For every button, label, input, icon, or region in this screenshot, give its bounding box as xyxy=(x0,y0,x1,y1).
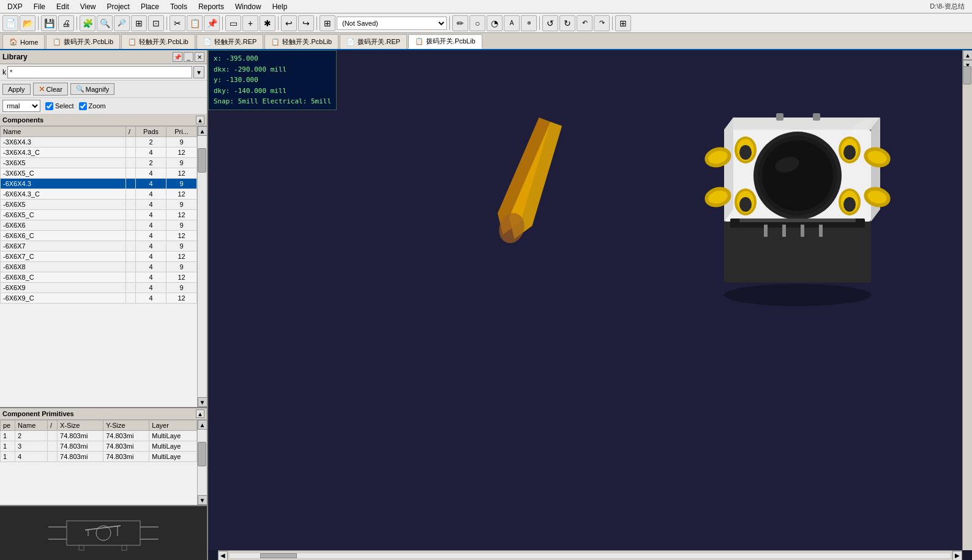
tab-pcblib2[interactable]: 📋 轻触开关.PcbLib xyxy=(121,34,195,49)
hscroll-track[interactable] xyxy=(229,553,951,559)
table-row[interactable]: -6X6X6_C 4 12 xyxy=(1,231,197,241)
magnify-btn[interactable]: 🔍 Magnify xyxy=(70,83,115,95)
scroll-thumb[interactable] xyxy=(198,148,206,173)
open-btn[interactable]: 📂 xyxy=(20,15,36,31)
zoom-sel-btn[interactable]: ⊡ xyxy=(148,15,164,31)
table-row[interactable]: -6X6X7_C 4 12 xyxy=(1,252,197,262)
prim-scroll-thumb[interactable] xyxy=(198,442,206,466)
components-scroll-up[interactable]: ▲ xyxy=(196,116,204,124)
menu-help[interactable]: Help xyxy=(267,1,293,12)
undo-btn[interactable]: ↩ xyxy=(281,15,297,31)
menu-tools[interactable]: Tools xyxy=(165,1,192,12)
hscroll-left-btn[interactable]: ◀ xyxy=(218,551,228,561)
hscroll-thumb[interactable] xyxy=(260,553,297,558)
list-item[interactable]: 1 2 74.803mi 74.803mi MultiLaye xyxy=(1,431,197,441)
hscroll-right-btn[interactable]: ▶ xyxy=(952,551,962,561)
table-row[interactable]: -6X6X4.3 4 9 xyxy=(1,179,197,189)
prim-scroll-up-btn[interactable]: ▲ xyxy=(198,420,207,430)
text-btn[interactable]: A xyxy=(504,15,520,31)
zoom-fit-btn[interactable]: ⊞ xyxy=(131,15,147,31)
canvas-hscroll[interactable]: ◀ ▶ xyxy=(218,550,962,560)
table-row[interactable]: -6X6X8_C 4 12 xyxy=(1,272,197,283)
rep1-icon: 📄 xyxy=(203,38,212,46)
lib-close-btn[interactable]: ✕ xyxy=(195,52,204,62)
primitives-vscrollbar[interactable]: ▲ ▼ xyxy=(197,420,207,505)
redo-btn[interactable]: ↪ xyxy=(298,15,314,31)
lib-minimize-btn[interactable]: _ xyxy=(184,52,193,62)
arc-btn[interactable]: ◔ xyxy=(487,15,503,31)
circle-btn[interactable]: ○ xyxy=(469,15,485,31)
col-pri: Pri... xyxy=(166,127,197,137)
search-input[interactable] xyxy=(7,66,192,78)
zoom-checkbox[interactable] xyxy=(79,102,87,110)
coord-btn[interactable]: ⊕ xyxy=(521,15,537,31)
rect-btn[interactable]: ▭ xyxy=(225,15,241,31)
menu-window[interactable]: Window xyxy=(230,1,266,12)
table-row[interactable]: -6X6X8 4 9 xyxy=(1,262,197,272)
table-row[interactable]: -6X6X4.3_C 4 12 xyxy=(1,189,197,200)
grid-btn[interactable]: ⊞ xyxy=(320,15,335,31)
list-item[interactable]: 1 3 74.803mi 74.803mi MultiLaye xyxy=(1,441,197,452)
table-row[interactable]: -3X6X4.3_C 4 12 xyxy=(1,147,197,158)
print-btn[interactable]: 🖨 xyxy=(58,15,74,31)
menu-file[interactable]: File xyxy=(29,1,50,12)
not-saved-dropdown[interactable]: (Not Saved) xyxy=(337,17,447,30)
menu-view[interactable]: View xyxy=(75,1,101,12)
paste-btn[interactable]: 📌 xyxy=(204,15,220,31)
tab-pcblib1[interactable]: 📋 拨码开关.PcbLib xyxy=(46,34,120,49)
table-row[interactable]: -6X6X7 4 9 xyxy=(1,241,197,252)
table-row[interactable]: -3X6X5_C 4 12 xyxy=(1,168,197,179)
search-dropdown-btn[interactable]: ▼ xyxy=(193,66,204,78)
new-btn[interactable]: 📄 xyxy=(2,15,18,31)
tab-rep1[interactable]: 📄 轻触开关.REP xyxy=(196,34,264,49)
zoom-in-btn[interactable]: 🔍 xyxy=(97,15,113,31)
canvas-vscroll-thumb[interactable] xyxy=(963,66,971,84)
star-btn[interactable]: ✱ xyxy=(260,15,275,31)
undo2-btn[interactable]: ↺ xyxy=(542,15,558,31)
table-row[interactable]: -3X6X4.3 2 9 xyxy=(1,137,197,147)
scroll-up-btn[interactable]: ▲ xyxy=(198,126,207,136)
apply-btn[interactable]: Apply xyxy=(2,84,31,95)
select-checkbox[interactable] xyxy=(45,102,53,110)
table-row[interactable]: -3X6X5 2 9 xyxy=(1,158,197,168)
table-row[interactable]: -6X6X5_C 4 12 xyxy=(1,210,197,220)
rot2-btn[interactable]: ↷ xyxy=(594,15,610,31)
table-row[interactable]: -6X6X9_C 4 12 xyxy=(1,293,197,304)
canvas-vscroll[interactable]: ▲ ▼ xyxy=(962,50,972,550)
table-row[interactable]: -6X6X5 4 9 xyxy=(1,200,197,210)
menu-edit[interactable]: Edit xyxy=(51,1,74,12)
type-filter-select[interactable]: rmal Normal xyxy=(2,100,40,112)
menu-dxp[interactable]: DXP xyxy=(2,1,28,12)
cut-btn[interactable]: ✂ xyxy=(170,15,185,31)
redo2-btn[interactable]: ↻ xyxy=(559,15,575,31)
rot-btn[interactable]: ↶ xyxy=(577,15,593,31)
lib-pin-btn[interactable]: 📌 xyxy=(173,52,182,62)
scroll-down-btn[interactable]: ▼ xyxy=(198,397,207,407)
primitives-section: Component Primitives ▲ pe Name / X-Size … xyxy=(0,407,207,505)
menu-place[interactable]: Place xyxy=(136,1,164,12)
3d-btn[interactable]: ⊞ xyxy=(615,15,631,31)
scroll-track[interactable] xyxy=(198,136,207,397)
plus-btn[interactable]: + xyxy=(242,15,258,31)
tab-pcblib4[interactable]: 📋 拨码开关.PcbLib xyxy=(408,34,482,49)
primitives-scroll-up[interactable]: ▲ xyxy=(196,409,204,418)
components-vscrollbar[interactable]: ▲ ▼ xyxy=(197,126,207,407)
tab-rep2[interactable]: 📄 拨码开关.REP xyxy=(340,34,407,49)
save-btn[interactable]: 💾 xyxy=(41,15,57,31)
clear-btn[interactable]: ✕ Clear xyxy=(33,83,68,95)
table-row[interactable]: -6X6X9 4 9 xyxy=(1,283,197,293)
prim-scroll-down-btn[interactable]: ▼ xyxy=(198,495,207,505)
menu-project[interactable]: Project xyxy=(102,1,135,12)
zoom-out-btn[interactable]: 🔎 xyxy=(114,15,130,31)
canvas-vscroll-up[interactable]: ▲ xyxy=(963,50,972,60)
menu-reports[interactable]: Reports xyxy=(193,1,229,12)
canvas-area[interactable]: x: -395.000 dkx: -290.000 mill y: -130.0… xyxy=(208,50,972,550)
prim-scroll-track[interactable] xyxy=(198,430,207,495)
tab-home[interactable]: 🏠 Home xyxy=(2,34,45,49)
component-btn[interactable]: 🧩 xyxy=(80,15,95,31)
table-row[interactable]: -6X6X6 4 9 xyxy=(1,220,197,231)
copy-btn[interactable]: 📋 xyxy=(187,15,203,31)
pencil-btn[interactable]: ✏ xyxy=(452,15,468,31)
list-item[interactable]: 1 4 74.803mi 74.803mi MultiLaye xyxy=(1,452,197,462)
tab-pcblib3[interactable]: 📋 轻触开关.PcbLib xyxy=(264,34,338,49)
